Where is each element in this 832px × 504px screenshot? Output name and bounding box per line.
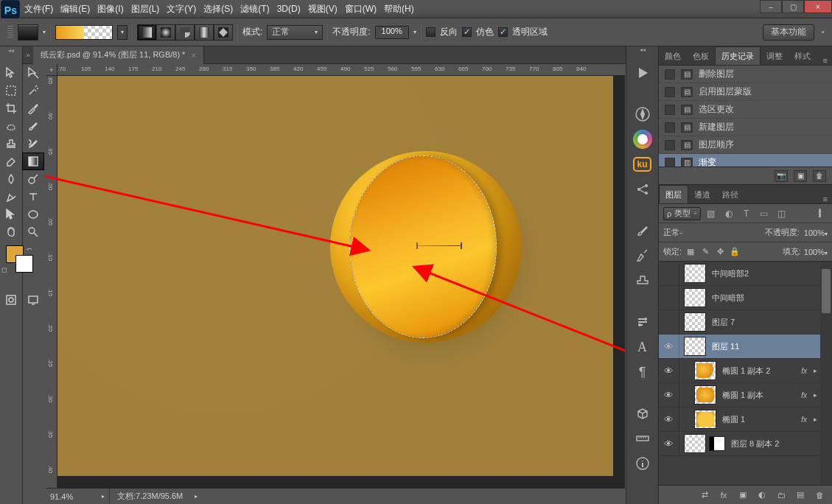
gradient-reflected[interactable] (195, 24, 214, 41)
trash-icon[interactable]: 🗑 (813, 170, 826, 182)
doc-expand-toggle[interactable]: » (23, 46, 33, 64)
shape-tool[interactable] (22, 206, 44, 223)
patch-tool[interactable] (0, 117, 22, 135)
layer-visibility-toggle[interactable]: 👁 (659, 359, 679, 382)
layer-visibility-toggle[interactable]: 👁 (659, 407, 679, 431)
new-fill-layer-icon[interactable]: ◐ (755, 489, 769, 501)
menu-select[interactable]: 选择(S) (200, 0, 237, 18)
layer-thumbnail[interactable] (694, 385, 716, 405)
layer-name[interactable]: 图层 11 (712, 341, 820, 352)
close-icon[interactable]: × (191, 51, 195, 60)
measurement-icon[interactable] (630, 428, 655, 449)
gradient-preview[interactable] (55, 25, 113, 40)
layer-row[interactable]: 中间暗部 (659, 286, 832, 310)
swap-colors-icon[interactable]: ⤺ (27, 245, 32, 253)
pen-tool[interactable] (0, 188, 22, 206)
canvas[interactable] (57, 76, 613, 476)
layer-name[interactable]: 椭圆 1 副本 2 (722, 365, 801, 377)
camera-icon[interactable]: 📷 (775, 170, 788, 182)
window-close[interactable]: × (804, 0, 832, 13)
menu-view[interactable]: 视图(V) (304, 0, 341, 18)
layer-expand-icon[interactable]: ▸ (810, 391, 820, 399)
filter-toggle[interactable]: ⏽ (813, 207, 828, 220)
stamp-tool[interactable] (0, 135, 22, 153)
layer-visibility-toggle[interactable] (659, 310, 679, 334)
layer-filter-kind[interactable]: ρ 类型 ÷ (663, 207, 701, 220)
layer-expand-icon[interactable]: ▸ (810, 367, 820, 374)
history-item[interactable]: ▥ 渐变 (659, 154, 832, 167)
new-snapshot-icon[interactable]: ▣ (794, 170, 807, 182)
layer-thumbnail[interactable] (684, 312, 706, 332)
panel-menu-icon[interactable]: ≡ (819, 56, 832, 65)
lock-pixels-icon[interactable]: ✎ (699, 246, 711, 258)
color-wheel-icon[interactable] (630, 129, 655, 150)
layer-row[interactable]: 👁 椭圆 1 副本 fx ▸ (659, 383, 832, 407)
scrollbar-thumb[interactable] (822, 269, 831, 313)
history-brush-source[interactable] (665, 69, 675, 80)
layer-row[interactable]: 👁 椭圆 1 fx ▸ (659, 407, 832, 432)
layer-row[interactable]: 图层 7 (659, 310, 832, 335)
window-minimize[interactable]: – (760, 0, 782, 13)
layer-row[interactable]: 👁 图层 8 副本 2 (659, 432, 832, 456)
brush-presets-icon[interactable] (630, 245, 655, 266)
filter-pixel-icon[interactable]: ▧ (704, 207, 719, 220)
layer-visibility-toggle[interactable]: 👁 (659, 383, 679, 407)
history-list[interactable]: ▤ 删除图层 ▤ 启用图层蒙版 ▤ 选区更改 ▤ 新建图层 ▤ 图层顺序 ▥ 渐… (659, 66, 832, 167)
layer-row[interactable]: 👁 图层 11 (659, 335, 832, 359)
gradient-diamond[interactable] (214, 24, 233, 41)
wand-tool[interactable] (22, 82, 44, 99)
type-tool[interactable] (22, 188, 44, 206)
tab-history[interactable]: 历史记录 (715, 46, 761, 65)
menu-edit[interactable]: 编辑(E) (57, 0, 94, 18)
tab-channels[interactable]: 通道 (688, 186, 716, 203)
menu-file[interactable]: 文件(F) (21, 0, 57, 18)
brush-tool[interactable] (22, 117, 44, 135)
menu-filter[interactable]: 滤镜(T) (237, 0, 273, 18)
hand-tool[interactable] (0, 223, 22, 241)
tab-swatches[interactable]: 色板 (687, 47, 715, 65)
menu-type[interactable]: 文字(Y) (163, 0, 200, 18)
ruler-origin[interactable]: ✦ (46, 64, 57, 76)
workspace-menu-icon[interactable]: » (822, 29, 825, 35)
zoom-tool[interactable] (22, 223, 44, 241)
reverse-checkbox[interactable] (426, 27, 436, 37)
layer-name[interactable]: 图层 8 副本 2 (731, 438, 820, 449)
history-item[interactable]: ▤ 新建图层 (659, 119, 832, 136)
layer-fx-badge[interactable]: fx (801, 391, 807, 399)
gradient-tool[interactable] (22, 153, 44, 170)
marquee-tool[interactable] (0, 82, 22, 99)
history-brush-source[interactable] (665, 158, 675, 167)
zoom-level[interactable]: 91.4% (46, 492, 97, 501)
zoom-menu-icon[interactable]: ▸ (97, 493, 109, 500)
toolbox-expand-toggle[interactable]: ◂◂ (0, 46, 22, 54)
document-info[interactable]: 文档:7.23M/95.6M (109, 489, 190, 504)
layer-thumbnail[interactable] (684, 337, 706, 356)
history-item[interactable]: ▤ 选区更改 (659, 101, 832, 119)
layer-thumbnail[interactable] (694, 410, 716, 429)
lock-position-icon[interactable]: ✥ (714, 246, 726, 258)
new-group-icon[interactable]: 🗀 (775, 489, 788, 501)
filter-shape-icon[interactable]: ▭ (757, 207, 772, 220)
layer-mask-icon[interactable]: ▣ (736, 489, 749, 501)
filter-adjust-icon[interactable]: ◐ (721, 207, 736, 220)
properties-icon[interactable] (630, 312, 655, 332)
gradient-angle[interactable] (175, 24, 195, 41)
menu-3d[interactable]: 3D(D) (273, 0, 304, 18)
tab-adjustments[interactable]: 调整 (761, 47, 789, 65)
crop-tool[interactable] (0, 99, 22, 117)
vertical-ruler[interactable]: .85.90.95.00.05.10.15.20.25.30.35.40 (46, 76, 57, 488)
info-icon[interactable] (630, 453, 655, 474)
link-layers-icon[interactable]: ⇄ (698, 489, 711, 501)
tab-paths[interactable]: 路径 (716, 186, 744, 203)
brush-panel-icon[interactable] (630, 220, 655, 241)
lock-all-icon[interactable]: 🔒 (729, 246, 741, 258)
lock-transparency-icon[interactable]: ▦ (685, 246, 696, 258)
layer-row[interactable]: 👁 椭圆 1 副本 2 fx ▸ (659, 359, 832, 383)
move-tool[interactable] (0, 64, 22, 82)
layer-fx-badge[interactable]: fx (801, 367, 807, 375)
layer-scrollbar[interactable] (820, 262, 832, 485)
screen-mode-toggle[interactable] (22, 291, 44, 309)
layer-name[interactable]: 椭圆 1 副本 (722, 390, 801, 401)
chevron-down-icon[interactable]: ▾ (43, 29, 46, 35)
move-sel-tool[interactable] (22, 64, 44, 82)
